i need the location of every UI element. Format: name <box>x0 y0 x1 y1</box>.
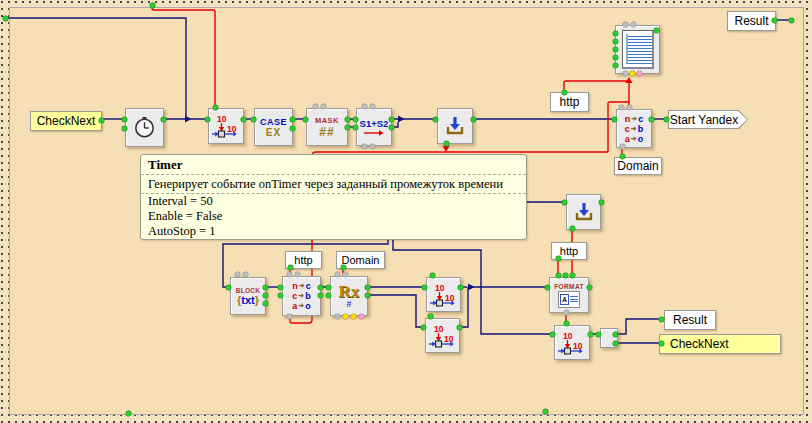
delay-component-4[interactable]: 10 10 <box>554 325 590 360</box>
port-dot[interactable] <box>613 39 618 44</box>
port-dot[interactable] <box>318 285 323 290</box>
port-dot[interactable] <box>613 332 618 337</box>
port-dot[interactable] <box>556 273 561 278</box>
port-dot[interactable] <box>313 104 318 109</box>
delay-component-3[interactable]: 10 10 <box>425 318 460 353</box>
regex-component[interactable]: Rx # <box>330 276 368 316</box>
port-dot[interactable] <box>161 117 166 122</box>
timer-component[interactable] <box>125 108 164 147</box>
port-dot[interactable] <box>326 285 331 290</box>
label-domain-1[interactable]: Domain <box>614 157 662 175</box>
port-dot[interactable] <box>295 272 300 277</box>
port-dot[interactable] <box>613 63 618 68</box>
concat-component-1[interactable]: n➜c c➜b a➜o <box>616 109 652 148</box>
port-dot[interactable] <box>627 105 632 110</box>
port-dot[interactable] <box>545 285 550 290</box>
port-dot[interactable] <box>620 144 625 149</box>
port-dot[interactable] <box>288 265 293 270</box>
port-dot[interactable] <box>620 154 625 159</box>
port-dot[interactable] <box>122 126 127 131</box>
port-dot[interactable] <box>362 104 367 109</box>
port-dot[interactable] <box>353 117 358 122</box>
port-dot[interactable] <box>243 272 248 277</box>
port-dot[interactable] <box>457 325 462 330</box>
port-dot[interactable] <box>335 314 340 319</box>
case-component[interactable]: CASE EX <box>254 108 293 146</box>
port-dot[interactable] <box>613 47 618 52</box>
port-dot[interactable] <box>362 144 367 149</box>
port-dot[interactable] <box>343 314 348 319</box>
port-dot[interactable] <box>326 293 331 298</box>
port-dot[interactable] <box>563 273 568 278</box>
port-dot[interactable] <box>570 273 575 278</box>
port-dot[interactable] <box>213 105 218 110</box>
port-dot[interactable] <box>649 117 654 122</box>
port-dot[interactable] <box>631 22 636 27</box>
format-component[interactable]: FORMAT A <box>549 277 589 313</box>
port-dot[interactable] <box>99 118 104 123</box>
port-dot[interactable] <box>789 18 794 23</box>
label-checknext-top[interactable]: CheckNext <box>30 111 102 131</box>
port-dot[interactable] <box>659 341 664 346</box>
port-dot[interactable] <box>365 293 370 298</box>
port-dot[interactable] <box>345 117 350 122</box>
port-dot[interactable] <box>343 272 348 277</box>
sum-component[interactable]: S1+S2 <box>356 108 392 146</box>
port-dot[interactable] <box>389 117 394 122</box>
delay-component-2[interactable]: 10 10 <box>426 277 461 312</box>
port-dot[interactable] <box>613 55 618 60</box>
port-dot[interactable] <box>318 293 323 298</box>
port-dot[interactable] <box>562 200 567 205</box>
label-http-1[interactable]: http <box>550 92 589 112</box>
port-dot[interactable] <box>359 314 364 319</box>
port-dot[interactable] <box>596 332 601 337</box>
port-dot[interactable] <box>370 104 375 109</box>
port-dot[interactable] <box>235 272 240 277</box>
port-dot[interactable] <box>619 105 624 110</box>
port-dot[interactable] <box>287 314 292 319</box>
port-dot[interactable] <box>556 256 561 261</box>
download-component-2[interactable] <box>566 194 601 230</box>
port-dot[interactable] <box>543 409 548 414</box>
port-dot[interactable] <box>612 117 617 122</box>
port-dot[interactable] <box>345 125 350 130</box>
port-dot[interactable] <box>659 317 664 322</box>
port-dot[interactable] <box>263 285 268 290</box>
mask-component[interactable]: MASK ## <box>306 108 348 146</box>
port-dot[interactable] <box>3 16 8 21</box>
port-dot[interactable] <box>205 117 210 122</box>
label-result-bottom[interactable]: Result <box>664 310 716 330</box>
port-dot[interactable] <box>444 141 449 146</box>
port-dot[interactable] <box>226 285 231 290</box>
label-checknext-bottom[interactable]: CheckNext <box>659 334 781 354</box>
port-dot[interactable] <box>562 90 567 95</box>
label-result-top[interactable]: Result <box>727 11 776 31</box>
block-component[interactable]: BLOCK {txt} <box>230 277 266 315</box>
port-dot[interactable] <box>263 301 268 306</box>
port-dot[interactable] <box>654 28 659 33</box>
port-dot[interactable] <box>550 332 555 337</box>
port-dot[interactable] <box>150 3 155 8</box>
port-dot[interactable] <box>623 22 628 27</box>
port-dot[interactable] <box>290 126 295 131</box>
port-dot[interactable] <box>263 293 268 298</box>
port-dot[interactable] <box>564 321 569 326</box>
port-dot[interactable] <box>287 272 292 277</box>
port-dot[interactable] <box>564 310 569 315</box>
port-dot[interactable] <box>570 226 575 231</box>
port-dot[interactable] <box>587 285 592 290</box>
concat-component-2[interactable]: n➜c c➜b a➜o <box>282 276 321 316</box>
label-start-yandex[interactable]: Start Yandex <box>668 110 748 129</box>
port-dot[interactable] <box>241 117 246 122</box>
port-dot[interactable] <box>471 117 476 122</box>
port-dot[interactable] <box>303 117 308 122</box>
download-component-1[interactable] <box>437 108 473 144</box>
port-dot[interactable] <box>251 117 256 122</box>
port-dot[interactable] <box>389 125 394 130</box>
port-dot[interactable] <box>335 272 340 277</box>
port-dot[interactable] <box>428 314 433 319</box>
port-dot[interactable] <box>353 125 358 130</box>
port-dot[interactable] <box>623 71 628 76</box>
port-dot[interactable] <box>630 71 635 76</box>
port-dot[interactable] <box>370 144 375 149</box>
